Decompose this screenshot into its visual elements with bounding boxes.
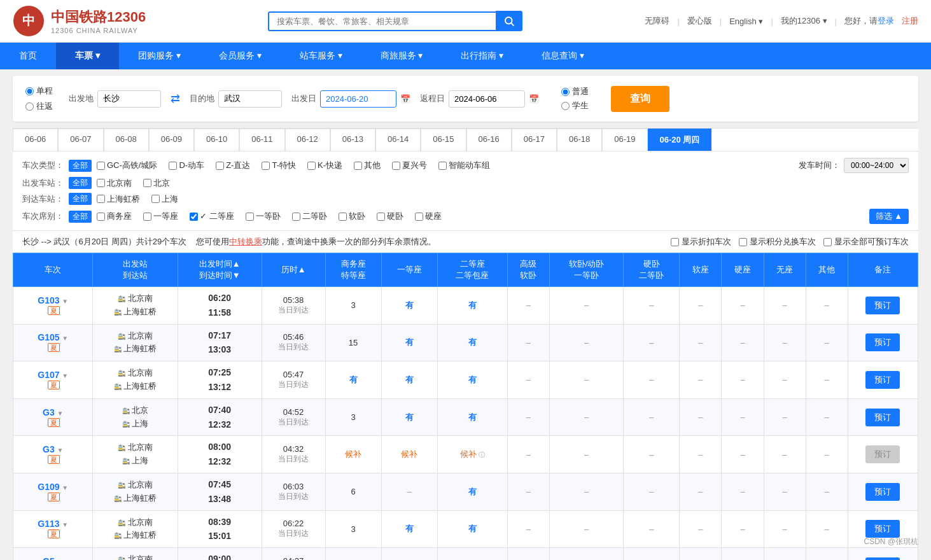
search-button[interactable] bbox=[496, 11, 522, 31]
arrow-expand[interactable]: ▼ bbox=[62, 521, 68, 528]
date-tab-13[interactable]: 06-19 bbox=[602, 129, 647, 151]
business-cell: 3 bbox=[325, 510, 381, 548]
filter-button[interactable]: 筛选 ▲ bbox=[869, 209, 909, 224]
book-button[interactable]: 预订 bbox=[865, 483, 900, 501]
nav-business[interactable]: 商旅服务 ▾ bbox=[361, 43, 442, 69]
register-link[interactable]: 注册 bbox=[902, 15, 918, 27]
calendar-icon-return[interactable]: 📅 bbox=[529, 94, 539, 104]
show-points-check[interactable]: 显示积分兑换车次 bbox=[739, 236, 816, 248]
my12306-link[interactable]: 我的12306 ▾ bbox=[781, 15, 827, 27]
book-button[interactable]: 预订 bbox=[865, 520, 900, 538]
arrow-expand[interactable]: ▼ bbox=[62, 298, 68, 305]
arrow-expand[interactable]: ▼ bbox=[62, 335, 68, 342]
book-button[interactable]: 预订 bbox=[865, 371, 900, 389]
no-seat-cell: – bbox=[764, 398, 806, 436]
filter-first-sleep[interactable]: 一等卧 bbox=[246, 211, 281, 222]
date-tab-1[interactable]: 06-07 bbox=[58, 129, 103, 151]
train-number[interactable]: G107 bbox=[38, 370, 59, 380]
filter-beijing-south[interactable]: 北京南 bbox=[97, 178, 132, 189]
nav-guide[interactable]: 出行指南 ▾ bbox=[442, 43, 522, 69]
from-input[interactable] bbox=[97, 90, 161, 108]
filter-smart[interactable]: 智能动车组 bbox=[438, 160, 490, 171]
accessibility-link[interactable]: 无障碍 bbox=[645, 15, 669, 27]
nav-ticket[interactable]: 车票 ▾ bbox=[56, 43, 119, 69]
train-number[interactable]: G103 bbox=[38, 295, 59, 305]
date-tab-14[interactable]: 06-20 周四 bbox=[648, 129, 712, 151]
arrow-expand[interactable]: ▼ bbox=[62, 372, 68, 379]
arrow-expand[interactable]: ▼ bbox=[57, 410, 63, 417]
arrow-expand[interactable]: ▼ bbox=[57, 447, 63, 454]
login-link[interactable]: 登录 bbox=[878, 16, 894, 25]
calendar-icon-depart[interactable]: 📅 bbox=[400, 94, 410, 104]
filter-other[interactable]: 其他 bbox=[354, 160, 381, 171]
arrow-expand[interactable]: ▼ bbox=[62, 484, 68, 491]
filter-soft-sleep[interactable]: 软卧 bbox=[339, 211, 365, 222]
transfer-link[interactable]: 中转换乘 bbox=[229, 237, 262, 246]
high-soft: – bbox=[526, 487, 531, 496]
date-tab-9[interactable]: 06-15 bbox=[421, 129, 466, 151]
book-button[interactable]: 预订 bbox=[865, 557, 900, 560]
show-all-check[interactable]: 显示全部可预订车次 bbox=[823, 236, 909, 248]
date-tab-10[interactable]: 06-16 bbox=[466, 129, 512, 151]
filter-first[interactable]: 一等座 bbox=[143, 211, 178, 222]
depart-date-input[interactable] bbox=[320, 90, 396, 108]
nav-station[interactable]: 站车服务 ▾ bbox=[281, 43, 361, 69]
filter-beijing[interactable]: 北京 bbox=[143, 178, 170, 189]
date-tab-6[interactable]: 06-12 bbox=[285, 129, 330, 151]
filter-all-depart[interactable]: 全部 bbox=[69, 177, 92, 189]
filter-hard-seat[interactable]: 硬座 bbox=[415, 211, 442, 222]
filter-gc[interactable]: GC-高铁/城际 bbox=[97, 160, 157, 171]
show-discount-check[interactable]: 显示折扣车次 bbox=[671, 236, 731, 248]
date-tab-11[interactable]: 06-17 bbox=[512, 129, 557, 151]
filter-all-seat[interactable]: 全部 bbox=[69, 211, 92, 223]
student-ticket-radio[interactable]: 学生 bbox=[561, 100, 589, 111]
nav-group[interactable]: 团购服务 ▾ bbox=[119, 43, 200, 69]
train-number[interactable]: G5 bbox=[43, 556, 55, 560]
normal-ticket-radio[interactable]: 普通 bbox=[561, 86, 589, 97]
train-number[interactable]: G105 bbox=[38, 332, 59, 342]
filter-all-traintype[interactable]: 全部 bbox=[69, 160, 92, 172]
date-tab-12[interactable]: 06-18 bbox=[557, 129, 602, 151]
query-button[interactable]: 查询 bbox=[611, 86, 669, 112]
filter-all-arrive[interactable]: 全部 bbox=[69, 193, 92, 205]
return-date-input[interactable] bbox=[449, 90, 525, 108]
date-tab-5[interactable]: 06-11 bbox=[239, 129, 284, 151]
search-input[interactable] bbox=[268, 11, 496, 31]
heart-edition-link[interactable]: 爱心版 bbox=[687, 15, 712, 27]
roundtrip-radio[interactable]: 往返 bbox=[25, 101, 53, 112]
filter-shanghai[interactable]: 上海 bbox=[151, 193, 178, 205]
date-tab-7[interactable]: 06-13 bbox=[330, 129, 375, 151]
filter-k[interactable]: K-快递 bbox=[307, 160, 342, 171]
filter-second-sleep[interactable]: 二等卧 bbox=[292, 211, 327, 222]
filter-d[interactable]: D-动车 bbox=[169, 160, 204, 171]
filter-business[interactable]: 商务座 bbox=[97, 211, 132, 222]
date-tab-2[interactable]: 06-08 bbox=[104, 129, 149, 151]
train-number[interactable]: G3 bbox=[43, 407, 55, 417]
date-tab-4[interactable]: 06-10 bbox=[194, 129, 239, 151]
train-number[interactable]: G113 bbox=[38, 519, 59, 529]
train-number[interactable]: G109 bbox=[38, 482, 59, 492]
filter-hard-sleep[interactable]: 硬卧 bbox=[377, 211, 403, 222]
nav-member[interactable]: 会员服务 ▾ bbox=[200, 43, 281, 69]
book-button[interactable]: 预订 bbox=[865, 297, 900, 314]
english-link[interactable]: English ▾ bbox=[729, 17, 763, 26]
nav-info[interactable]: 信息查询 ▾ bbox=[522, 43, 603, 69]
single-trip-radio[interactable]: 单程 bbox=[25, 85, 53, 97]
train-number[interactable]: G3 bbox=[43, 444, 55, 454]
date-tab-3[interactable]: 06-09 bbox=[149, 129, 194, 151]
date-tab-8[interactable]: 06-14 bbox=[375, 129, 421, 151]
date-tab-0[interactable]: 06-06 bbox=[13, 129, 58, 151]
filter-second[interactable]: ✓ 二等座 bbox=[190, 211, 234, 222]
filter-t[interactable]: T-特快 bbox=[262, 160, 296, 171]
nav-home[interactable]: 首页 bbox=[0, 43, 56, 69]
filter-shanghai-hongqiao[interactable]: 上海虹桥 bbox=[97, 193, 140, 205]
filter-fuxing[interactable]: 夏兴号 bbox=[392, 160, 427, 171]
th-duration[interactable]: 历时▲ bbox=[262, 253, 325, 287]
book-button[interactable]: 预订 bbox=[865, 333, 900, 351]
th-times[interactable]: 出发时间▲到达时间▼ bbox=[178, 253, 262, 287]
to-input[interactable] bbox=[218, 90, 282, 108]
swap-button[interactable]: ⇄ bbox=[171, 92, 180, 106]
time-select[interactable]: 00:00~24:00 bbox=[844, 158, 909, 173]
filter-z[interactable]: Z-直达 bbox=[216, 160, 250, 171]
book-button[interactable]: 预订 bbox=[865, 409, 900, 426]
